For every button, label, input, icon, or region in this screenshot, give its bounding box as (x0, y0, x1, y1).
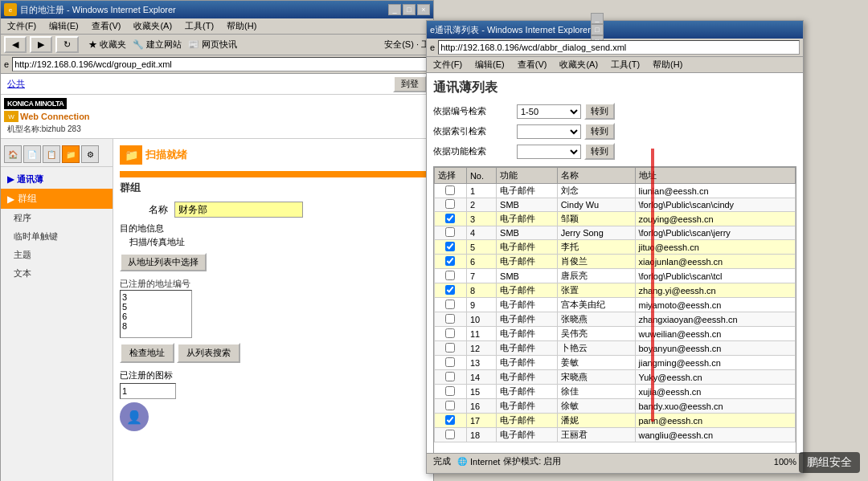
dialog-header: 通讯薄列表 (433, 79, 796, 96)
dialog-titlebar: e 通讯薄列表 - Windows Internet Explorer _ □ … (427, 21, 803, 39)
check-addr-btn[interactable]: 检查地址 (120, 343, 174, 363)
refresh-btn[interactable]: ↻ (55, 36, 79, 53)
name-input[interactable] (174, 202, 303, 218)
row-checkbox-1[interactable] (445, 185, 455, 195)
table-row: 13 电子邮件 姜敏 jiangming@eessh.cn (435, 356, 796, 370)
cell-addr: liunian@eessh.cn (635, 184, 796, 198)
row-checkbox-9[interactable] (445, 300, 455, 309)
row-checkbox-4[interactable] (445, 227, 455, 237)
cell-no: 11 (466, 327, 496, 341)
icon-doc2[interactable]: 📋 (43, 145, 60, 163)
sidebar: 🏠 📄 📋 📁 ⚙ ▶ 通讯薄 ▶ 群组 程序 (1, 139, 113, 481)
list-search-btn[interactable]: 从列表搜索 (177, 343, 240, 363)
search-func-select[interactable] (517, 145, 581, 159)
row-checkbox-13[interactable] (445, 357, 455, 367)
cell-no: 14 (466, 370, 496, 385)
icon-doc[interactable]: 📄 (23, 145, 41, 163)
forward-btn[interactable]: ▶ (30, 36, 52, 53)
public-link[interactable]: 公共 (7, 78, 25, 90)
row-checkbox-3[interactable] (445, 214, 455, 223)
cell-no: 16 (466, 399, 496, 414)
back-btn[interactable]: ◀ (4, 36, 27, 53)
bg-close-btn[interactable]: × (417, 4, 430, 15)
table-row: 18 电子邮件 王丽君 wangliu@eessh.cn (435, 428, 796, 442)
dlg-menu-edit[interactable]: 编辑(E) (472, 58, 508, 71)
row-checkbox-2[interactable] (445, 199, 455, 209)
sidebar-item-theme[interactable]: 主题 (1, 246, 113, 264)
row-checkbox-17[interactable] (445, 415, 455, 425)
icon-num-input[interactable] (120, 383, 176, 399)
dlg-menu-help[interactable]: 帮助(H) (649, 58, 686, 71)
icon-settings[interactable]: ⚙ (81, 145, 99, 163)
sidebar-item-program[interactable]: 程序 (1, 209, 113, 227)
sidebar-item-quickkey[interactable]: 临时单触键 (1, 227, 113, 246)
cell-checkbox (435, 226, 467, 240)
row-checkbox-7[interactable] (445, 271, 455, 280)
dialog-maximize[interactable]: □ (591, 24, 604, 35)
dlg-menu-favorites[interactable]: 收藏夹(A) (556, 58, 601, 71)
search-code-goto[interactable]: 转到 (584, 103, 615, 120)
konica-logo: KONICA MINOLTA (4, 98, 67, 109)
row-checkbox-5[interactable] (445, 242, 455, 251)
dialog-body: 通讯薄列表 依据编号检索 1-50 转到 依据索引检索 转到 依据功能检索 (427, 73, 803, 453)
zoom-level: 100% (774, 457, 796, 467)
row-checkbox-10[interactable] (445, 314, 455, 324)
cell-func: 电子邮件 (497, 399, 558, 414)
cell-name: 张晓燕 (557, 312, 635, 327)
col-header-func: 功能 (497, 168, 558, 184)
sidebar-item-group[interactable]: ▶ 群组 (1, 189, 113, 209)
bg-maximize-btn[interactable]: □ (403, 4, 416, 15)
cell-checkbox (435, 269, 467, 283)
row-checkbox-16[interactable] (445, 401, 455, 410)
goto-login-btn[interactable]: 到登 (393, 75, 427, 92)
cell-checkbox (435, 370, 467, 385)
dialog-minimize[interactable]: _ (591, 13, 604, 24)
menu-favorites[interactable]: 收藏夹(A) (130, 19, 175, 33)
webconn-text: Web Connection (20, 112, 90, 121)
cell-name: 唐辰亮 (557, 269, 635, 283)
icon-home[interactable]: 🏠 (4, 145, 22, 163)
sidebar-item-addressbook[interactable]: ▶ 通讯薄 (1, 170, 113, 189)
search-index-goto[interactable]: 转到 (584, 123, 615, 140)
menu-edit[interactable]: 编辑(E) (46, 19, 82, 33)
cell-no: 15 (466, 385, 496, 399)
dialog-address-input[interactable] (438, 40, 800, 55)
dlg-menu-tools[interactable]: 工具(T) (608, 58, 643, 71)
menu-help[interactable]: 帮助(H) (223, 19, 260, 33)
dlg-menu-view[interactable]: 查看(V) (514, 58, 551, 71)
choose-from-list-btn[interactable]: 从地址列表中选择 (120, 253, 207, 271)
menu-tools[interactable]: 工具(T) (182, 19, 217, 33)
cell-func: 电子邮件 (497, 385, 558, 399)
menu-file[interactable]: 文件(F) (4, 19, 39, 33)
row-checkbox-12[interactable] (445, 343, 455, 353)
sidebar-item-text[interactable]: 文本 (1, 264, 113, 283)
bg-minimize-btn[interactable]: _ (388, 4, 401, 15)
cell-checkbox (435, 399, 467, 414)
search-func-goto[interactable]: 转到 (584, 143, 615, 160)
scan-icon: 📁 (120, 145, 142, 165)
cell-name: 潘妮 (557, 414, 635, 428)
dlg-menu-file[interactable]: 文件(F) (430, 58, 465, 71)
icon-selected[interactable]: 📁 (62, 145, 80, 163)
row-checkbox-11[interactable] (445, 328, 455, 338)
cell-name: Cindy Wu (557, 198, 635, 212)
table-row: 1 电子邮件 刘念 liunian@eessh.cn (435, 184, 796, 198)
cell-addr: Yuky@eessh.cn (635, 370, 796, 385)
search-index-select[interactable] (517, 124, 581, 139)
row-checkbox-8[interactable] (445, 285, 455, 295)
cell-no: 3 (466, 212, 496, 226)
row-checkbox-6[interactable] (445, 256, 455, 266)
number-list: 3 5 6 8 (120, 290, 192, 338)
cell-func: 电子邮件 (497, 255, 558, 269)
name-label: 名称 (120, 203, 168, 217)
dialog-addr-label: e (430, 43, 435, 52)
search-code-select[interactable]: 1-50 (517, 104, 581, 119)
row-checkbox-15[interactable] (445, 386, 455, 396)
cell-func: 电子邮件 (497, 212, 558, 226)
row-checkbox-18[interactable] (445, 430, 455, 439)
search-code-label: 依据编号检索 (433, 105, 514, 117)
cell-name: 姜敏 (557, 356, 635, 370)
menu-view[interactable]: 查看(V) (88, 19, 125, 33)
bg-address-input[interactable] (12, 57, 430, 71)
row-checkbox-14[interactable] (445, 372, 455, 381)
